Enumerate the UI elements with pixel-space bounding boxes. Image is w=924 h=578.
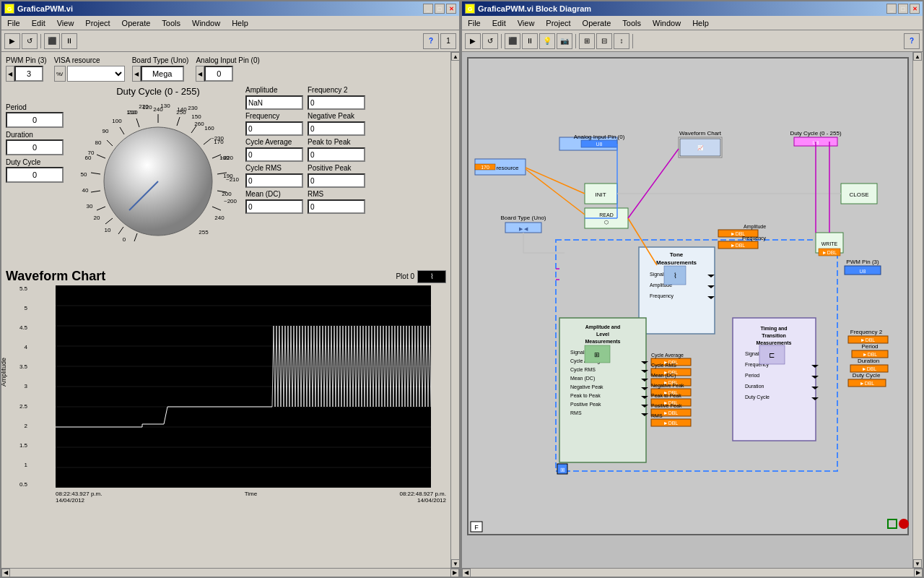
waveform-svg[interactable] xyxy=(56,285,431,488)
right-scroll-up[interactable]: ▲ xyxy=(913,52,922,61)
menu-operate[interactable]: Operate xyxy=(119,17,154,29)
svg-text:80: 80 xyxy=(95,139,102,146)
analog-input-decrement[interactable]: ◀ xyxy=(196,66,204,82)
stop-button[interactable]: ⬛ xyxy=(44,33,60,49)
scroll-left-btn[interactable]: ◀ xyxy=(1,569,10,577)
right-stop[interactable]: ⬛ xyxy=(505,33,520,49)
svg-text:120: 120 xyxy=(142,104,152,111)
close-button[interactable]: ✕ xyxy=(446,4,456,14)
right-scrollbar-v[interactable]: ▲ ▼ xyxy=(912,52,923,568)
right-pause[interactable]: ⏸ xyxy=(522,33,538,49)
right-menu-view[interactable]: View xyxy=(515,17,538,29)
left-scrollbar-h[interactable]: ◀ ▶ xyxy=(1,568,459,577)
right-scroll-left[interactable]: ◀ xyxy=(462,569,471,577)
block-diagram-main: F VISA resource 170 Analog Input Pin xyxy=(462,52,923,568)
right-scrollbar-h[interactable]: ◀ ▶ xyxy=(462,568,923,577)
right-close-button[interactable]: ✕ xyxy=(910,4,920,14)
pause-button[interactable]: ⏸ xyxy=(61,33,77,49)
svg-text:Mean (DC): Mean (DC) xyxy=(570,376,595,381)
svg-line-48 xyxy=(136,118,139,127)
right-run-button[interactable]: ▶ xyxy=(465,33,481,49)
cycle-rms-input[interactable]: 0 xyxy=(245,173,303,188)
right-minimize-button[interactable]: _ xyxy=(886,4,897,14)
frequency2-input[interactable]: 0 xyxy=(308,95,365,110)
plot-toggle[interactable]: ⌇ xyxy=(417,270,446,283)
amplitude-input[interactable]: NaN xyxy=(245,95,303,110)
help-button[interactable]: ? xyxy=(423,33,439,49)
right-help-btn[interactable]: ? xyxy=(904,33,920,49)
left-window-controls[interactable]: _ □ ✕ xyxy=(423,4,456,14)
board-type-decrement[interactable]: ◀ xyxy=(132,66,141,82)
x-end-label: 08:22:48.927 p.m. 14/04/2012 xyxy=(399,491,446,504)
menu-project[interactable]: Project xyxy=(82,17,113,29)
svg-text:INIT: INIT xyxy=(595,191,606,198)
run-button[interactable]: ▶ xyxy=(4,33,20,49)
svg-text:Amplitude and: Amplitude and xyxy=(585,324,621,330)
menu-help[interactable]: Help xyxy=(229,17,251,29)
minimize-button[interactable]: _ xyxy=(423,4,433,14)
svg-text:Waveform Chart: Waveform Chart xyxy=(679,130,722,137)
pwm-pin-input[interactable]: 3 xyxy=(14,66,43,82)
menu-file[interactable]: File xyxy=(4,17,23,29)
svg-text:⊏: ⊏ xyxy=(769,351,775,359)
right-measurements: Amplitude NaN Frequency 2 0 Frequency xyxy=(245,86,446,266)
right-light[interactable]: 💡 xyxy=(539,33,555,49)
menu-edit[interactable]: Edit xyxy=(29,17,48,29)
frequency-input[interactable]: 0 xyxy=(245,121,303,136)
duty-cycle-knob[interactable]: 240 250 260 ~230 ~220 ~210 ~200 240 255 xyxy=(75,98,241,264)
svg-text:Measurements: Measurements xyxy=(585,339,620,344)
svg-text:0: 0 xyxy=(123,236,126,243)
svg-text:⊞: ⊞ xyxy=(560,467,565,473)
svg-text:Frequency: Frequency xyxy=(742,236,767,241)
right-b2[interactable]: ⊟ xyxy=(596,33,612,49)
y-axis-labels: 5.5 5 4.5 4 3.5 3 2.5 2 1.5 1 0.5 xyxy=(6,285,29,488)
left-scrollbar-v[interactable]: ▲ ▼ xyxy=(450,52,459,568)
right-menu-window[interactable]: Window xyxy=(650,17,684,29)
right-cam[interactable]: 📷 xyxy=(557,33,572,49)
duty-cycle-input[interactable]: 0 xyxy=(6,167,64,183)
mean-dc-input[interactable]: 0 xyxy=(245,199,303,214)
board-type-input[interactable]: Mega xyxy=(141,66,184,82)
right-menu-project[interactable]: Project xyxy=(543,17,573,29)
right-scroll-right[interactable]: ▶ xyxy=(914,569,923,577)
right-scroll-down[interactable]: ▼ xyxy=(913,559,922,568)
menu-window[interactable]: Window xyxy=(189,17,223,29)
svg-line-45 xyxy=(105,218,113,224)
visa-dropdown[interactable] xyxy=(67,66,125,82)
svg-text:170: 170 xyxy=(214,139,224,145)
peak-to-peak-input[interactable]: 0 xyxy=(308,147,365,162)
svg-text:►DBL: ►DBL xyxy=(822,250,837,255)
right-menu-help[interactable]: Help xyxy=(689,17,712,29)
right-b1[interactable]: ⊞ xyxy=(579,33,595,49)
svg-text:Peak to Peak: Peak to Peak xyxy=(570,393,601,398)
svg-text:~200: ~200 xyxy=(224,198,237,204)
right-maximize-button[interactable]: □ xyxy=(898,4,908,14)
maximize-button[interactable]: □ xyxy=(435,4,445,14)
cycle-average-input[interactable]: 0 xyxy=(245,147,303,162)
right-menu-tools[interactable]: Tools xyxy=(619,17,644,29)
scroll-down-btn[interactable]: ▼ xyxy=(451,559,459,568)
duration-input[interactable]: 0 xyxy=(6,139,64,155)
negative-peak-input[interactable]: 0 xyxy=(308,121,365,136)
left-title-bar: G GraficaPWM.vi _ □ ✕ xyxy=(1,1,459,16)
right-menu-operate[interactable]: Operate xyxy=(580,17,614,29)
context-help[interactable]: 1 xyxy=(440,33,456,49)
scroll-up-btn[interactable]: ▲ xyxy=(451,52,459,61)
scroll-right-btn[interactable]: ▶ xyxy=(450,569,459,577)
positive-peak-label: Positive Peak xyxy=(308,164,365,172)
right-menu-edit[interactable]: Edit xyxy=(489,17,509,29)
positive-peak-input[interactable]: 0 xyxy=(308,173,365,188)
rms-input[interactable]: 0 xyxy=(308,199,365,214)
analog-input-input[interactable]: 0 xyxy=(204,66,233,82)
run-cont-button[interactable]: ↺ xyxy=(22,33,38,49)
menu-tools[interactable]: Tools xyxy=(159,17,183,29)
block-diagram-canvas[interactable]: F VISA resource 170 Analog Input Pin xyxy=(462,52,912,568)
right-window-controls[interactable]: _ □ ✕ xyxy=(886,4,920,14)
pwm-pin-decrement[interactable]: ◀ xyxy=(6,66,14,82)
menu-view[interactable]: View xyxy=(54,17,77,29)
period-input[interactable]: 0 xyxy=(6,112,64,128)
right-menu-file[interactable]: File xyxy=(465,17,484,29)
visa-resource-group: VISA resource %/ xyxy=(54,56,125,82)
right-run-cont[interactable]: ↺ xyxy=(482,33,498,49)
right-b3[interactable]: ↕ xyxy=(614,33,629,49)
